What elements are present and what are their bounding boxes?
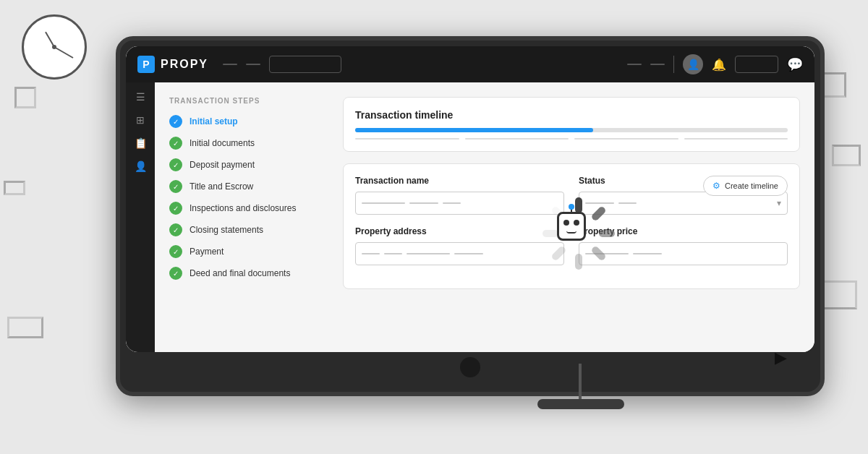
- timeline-dash-2: [465, 138, 569, 140]
- header-search-box[interactable]: [269, 56, 341, 73]
- property-address-dashes: [362, 253, 558, 254]
- create-timeline-label: Create timeline: [725, 181, 778, 190]
- monitor: P PROPY 👤 🔔 💬 ☰ ⊞ 📋 👤: [116, 36, 825, 396]
- transaction-name-group: Transaction name: [355, 176, 564, 215]
- header-box-btn[interactable]: [735, 56, 778, 73]
- sidebar-menu-icon[interactable]: ☰: [136, 91, 145, 103]
- step-label-0: Initial setup: [190, 116, 238, 127]
- monitor-stand: [579, 364, 582, 400]
- timeline-bar-fill: [355, 128, 593, 132]
- step-item-6[interactable]: ✓ Payment: [169, 245, 328, 258]
- header-dash-2: [246, 64, 260, 65]
- step-check-0: ✓: [169, 115, 182, 128]
- step-label-6: Payment: [190, 247, 224, 257]
- robot-eye-left: [563, 220, 569, 226]
- user-avatar[interactable]: 👤: [683, 54, 703, 74]
- clock-minute-hand: [54, 46, 74, 59]
- step-item-1[interactable]: ✓ Initial documents: [169, 137, 328, 150]
- form-section: ⚙ Create timeline Transaction name: [343, 163, 800, 289]
- decor-bracket-br-left: [7, 317, 43, 338]
- decor-bracket-tl: [14, 87, 36, 108]
- step-item-2[interactable]: ✓ Deposit payment: [169, 158, 328, 171]
- cursor-pointer: ▶: [775, 348, 787, 367]
- sidebar-user-icon[interactable]: 👤: [135, 160, 147, 172]
- timeline-progress-bar: [355, 128, 788, 132]
- form-row-2: Property address: [355, 226, 788, 265]
- header-divider: [673, 56, 674, 73]
- step-label-1: Initial documents: [190, 138, 255, 148]
- sidebar-grid-icon[interactable]: ⊞: [136, 114, 145, 126]
- create-timeline-button[interactable]: ⚙ Create timeline: [703, 176, 788, 196]
- property-price-field[interactable]: [579, 242, 788, 265]
- status-dashes: [585, 202, 777, 204]
- step-item-7[interactable]: ✓ Deed and final documents: [169, 267, 328, 280]
- header-dash-4: [650, 64, 665, 65]
- property-price-group: Property price: [579, 226, 788, 265]
- decor-bracket-inner-right: [832, 145, 861, 166]
- property-price-label: Property price: [579, 226, 788, 236]
- steps-panel: TRANSACTION STEPS ✓ Initial setup ✓ Init…: [169, 97, 328, 338]
- property-price-dashes: [585, 253, 781, 254]
- step-item-0[interactable]: ✓ Initial setup: [169, 115, 328, 128]
- monitor-screen: P PROPY 👤 🔔 💬 ☰ ⊞ 📋 👤: [126, 46, 814, 352]
- step-check-6: ✓: [169, 245, 182, 258]
- clock-hour-hand: [45, 32, 55, 48]
- clock-decoration: [22, 14, 87, 80]
- step-item-3[interactable]: ✓ Title and Escrow: [169, 180, 328, 193]
- transaction-name-field[interactable]: [355, 192, 564, 215]
- content-panel: Transaction timeline: [343, 97, 800, 338]
- header-dash-1: [223, 64, 237, 65]
- chat-icon[interactable]: 💬: [787, 56, 803, 72]
- step-label-5: Closing statements: [190, 225, 263, 235]
- timeline-dash-1: [355, 138, 459, 140]
- step-label-7: Deed and final documents: [190, 268, 290, 278]
- timeline-dashes: [355, 138, 788, 140]
- logo-icon: P: [137, 56, 155, 73]
- step-check-4: ✓: [169, 202, 182, 215]
- sidebar: ☰ ⊞ 📋 👤: [126, 82, 155, 352]
- notification-bell-icon[interactable]: 🔔: [712, 58, 726, 72]
- step-check-2: ✓: [169, 158, 182, 171]
- step-check-5: ✓: [169, 223, 182, 236]
- property-address-group: Property address: [355, 226, 564, 265]
- decor-bracket-tr-right: [821, 72, 846, 98]
- step-check-1: ✓: [169, 137, 182, 150]
- property-address-label: Property address: [355, 226, 564, 236]
- sidebar-docs-icon[interactable]: 📋: [135, 137, 147, 149]
- timeline-dash-3: [574, 138, 678, 140]
- step-label-3: Title and Escrow: [190, 181, 253, 192]
- timeline-card: Transaction timeline: [343, 97, 800, 152]
- step-label-4: Inspections and disclosures: [190, 203, 296, 213]
- timeline-dash-4: [684, 138, 788, 140]
- transaction-name-dashes: [362, 202, 558, 204]
- main-content: TRANSACTION STEPS ✓ Initial setup ✓ Init…: [155, 82, 814, 352]
- step-label-2: Deposit payment: [190, 160, 255, 170]
- monitor-base: [537, 399, 624, 409]
- app-header: P PROPY 👤 🔔 💬: [126, 46, 814, 82]
- logo-area: P PROPY: [137, 56, 208, 73]
- step-item-5[interactable]: ✓ Closing statements: [169, 223, 328, 236]
- robot-eyes: [563, 220, 579, 226]
- decor-bracket-inner-left: [4, 181, 25, 195]
- app-body: ☰ ⊞ 📋 👤 TRANSACTION STEPS ✓ Initial setu…: [126, 82, 814, 352]
- monitor-power-button[interactable]: [460, 357, 480, 377]
- step-check-7: ✓: [169, 267, 182, 280]
- step-check-3: ✓: [169, 180, 182, 193]
- timeline-title: Transaction timeline: [355, 109, 788, 121]
- transaction-name-label: Transaction name: [355, 176, 564, 186]
- step-item-4[interactable]: ✓ Inspections and disclosures: [169, 202, 328, 215]
- property-address-field[interactable]: [355, 242, 564, 265]
- decor-bracket-bl-right: [821, 280, 857, 309]
- logo-text: PROPY: [161, 58, 208, 71]
- steps-title: TRANSACTION STEPS: [169, 97, 328, 105]
- header-dash-3: [627, 64, 642, 65]
- robot-eye-right: [574, 220, 579, 226]
- create-timeline-icon: ⚙: [712, 181, 720, 191]
- status-chevron-icon: ▾: [777, 198, 781, 208]
